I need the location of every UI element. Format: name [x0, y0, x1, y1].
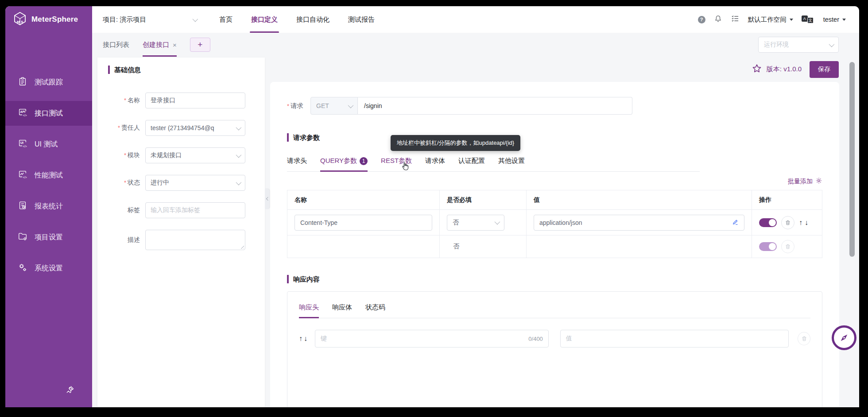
report-icon: [18, 201, 27, 212]
param-required-select[interactable]: 否: [447, 215, 504, 231]
param-enabled-toggle[interactable]: [759, 242, 777, 251]
tab-status-code[interactable]: 状态码: [365, 303, 385, 318]
svg-text:API: API: [20, 110, 26, 113]
tab-api-list[interactable]: 接口列表: [103, 33, 129, 57]
owner-label: *责任人: [108, 124, 145, 132]
compass-float-button[interactable]: [832, 325, 856, 350]
param-enabled-toggle[interactable]: [759, 218, 777, 227]
workspace-select[interactable]: 默认工作空间: [748, 15, 793, 24]
owner-select[interactable]: tester (2713494754@q: [145, 120, 245, 136]
response-tabs: 响应头 响应体 状态码: [299, 303, 810, 318]
tag-input[interactable]: 输入回车添加标签: [145, 202, 245, 218]
caret-down-icon: [790, 19, 793, 21]
basic-info-panel: 基础信息 *名称 登录接口 *责任人 tester (2713494754@q …: [97, 58, 265, 407]
close-tab-icon[interactable]: ×: [173, 41, 177, 49]
tab-request-header[interactable]: 请求头: [287, 157, 307, 171]
user-menu[interactable]: tester: [823, 16, 846, 23]
param-value-empty[interactable]: [527, 236, 752, 258]
module-label: *模块: [108, 151, 145, 159]
response-value-input[interactable]: 值: [560, 330, 789, 348]
tab-other-settings[interactable]: 其他设置: [498, 157, 525, 171]
svg-text:UI: UI: [20, 141, 23, 144]
sidebar-item-api-testing[interactable]: API </> 接口测试: [5, 101, 92, 126]
clipboard-icon: [18, 77, 27, 88]
top-navigation: 首页 接口定义 接口自动化 测试报告: [210, 6, 384, 33]
delete-row-button[interactable]: [781, 216, 794, 229]
sidebar-item-label: UI 测试: [35, 140, 58, 149]
rest-param-tooltip: 地址栏中被斜杠/分隔的参数，如updateapi/{id}: [391, 135, 520, 151]
bell-icon[interactable]: [714, 15, 722, 25]
help-icon[interactable]: ?: [698, 16, 705, 23]
tab-create-api[interactable]: 创建接口 ×: [143, 33, 177, 57]
sidebar-item-ui-testing[interactable]: UI </> UI 测试: [5, 132, 92, 157]
document-tabbar: 接口列表 创建接口 × + 运行环境: [92, 33, 859, 57]
nav-home[interactable]: 首页: [210, 6, 242, 33]
version-row: 版本: v1.0.0 保存: [270, 57, 859, 82]
sidebar-item-performance-testing[interactable]: </> 性能测试: [5, 163, 92, 188]
pin-sidebar-icon[interactable]: [66, 385, 74, 396]
collapse-panel-handle[interactable]: [265, 189, 270, 209]
ui-icon: UI </>: [18, 139, 27, 150]
tab-auth-config[interactable]: 认证配置: [458, 157, 485, 171]
tab-response-header[interactable]: 响应头: [299, 303, 319, 318]
add-tab-button[interactable]: +: [190, 38, 210, 52]
arrow-up-icon: ↑: [299, 335, 304, 342]
todo-list-icon[interactable]: [731, 14, 740, 25]
system-settings-icon: [18, 263, 27, 274]
star-icon[interactable]: [752, 63, 762, 76]
arrow-down-icon: ↓: [805, 219, 808, 227]
request-label: *请求: [287, 102, 303, 110]
param-name-empty[interactable]: [287, 236, 440, 258]
nav-api-automation[interactable]: 接口自动化: [287, 6, 339, 33]
sidebar-item-project-settings[interactable]: 项目设置: [5, 225, 92, 250]
chevron-down-icon: [236, 152, 242, 158]
params-table: 名称 是否必填 值 操作 Content-Type 否: [287, 190, 822, 258]
col-actions: 操作: [752, 190, 822, 209]
tab-response-body[interactable]: 响应体: [332, 303, 352, 318]
app-window: M S MeterSphere 测试跟踪: [5, 6, 859, 407]
reorder-arrows[interactable]: ↑↓: [299, 335, 309, 343]
project-select[interactable]: 项目: 演示项目: [103, 15, 197, 24]
request-url-input[interactable]: /signin: [358, 97, 632, 115]
description-textarea[interactable]: [145, 230, 245, 250]
sidebar-item-report-statistics[interactable]: 报表统计: [5, 194, 92, 219]
name-input[interactable]: 登录接口: [145, 93, 245, 108]
edit-pencil-icon[interactable]: [732, 219, 739, 227]
request-params-tabs: 请求头 QUERY参数 1 REST参数 请求体 认证配置 其他设置: [287, 157, 700, 172]
environment-select[interactable]: 运行环境: [758, 37, 839, 53]
http-method-select[interactable]: GET: [310, 97, 358, 115]
sidebar-item-label: 报表统计: [35, 202, 63, 211]
batch-add-link[interactable]: 批量添加: [287, 177, 822, 185]
param-name-input[interactable]: Content-Type: [294, 215, 432, 231]
param-value-input[interactable]: application/json: [534, 215, 744, 231]
delete-row-button[interactable]: [798, 332, 810, 345]
col-name: 名称: [287, 190, 440, 209]
nav-test-report[interactable]: 测试报告: [339, 6, 384, 33]
tab-query-params[interactable]: QUERY参数 1: [320, 157, 368, 171]
section-title-request-params: 请求参数: [287, 133, 822, 142]
vertical-scrollbar[interactable]: [849, 62, 855, 257]
sidebar-item-system-settings[interactable]: 系统设置: [5, 256, 92, 281]
delete-row-button[interactable]: [781, 240, 794, 253]
name-label: *名称: [108, 97, 145, 104]
response-header-row: ↑↓ 键 0/400 值: [299, 330, 810, 348]
module-select[interactable]: 未规划接口: [145, 147, 245, 163]
tab-request-body[interactable]: 请求体: [425, 157, 445, 171]
section-title-response: 响应内容: [287, 275, 822, 283]
col-required: 是否必填: [440, 190, 527, 209]
reorder-arrows[interactable]: ↑↓: [799, 219, 808, 227]
response-key-input[interactable]: 键 0/400: [315, 330, 549, 348]
svg-text:</>: </>: [23, 145, 27, 148]
chevron-down-icon: [829, 41, 835, 47]
brand-logo[interactable]: M S MeterSphere: [5, 6, 92, 33]
metersphere-cube-icon: M S: [12, 11, 27, 28]
save-button[interactable]: 保存: [810, 61, 839, 78]
param-required-text: 否: [447, 243, 459, 251]
description-label: 描述: [108, 236, 145, 244]
translate-icon[interactable]: A 文: [802, 15, 815, 23]
mouse-cursor-icon: [400, 162, 410, 174]
col-value: 值: [527, 190, 752, 209]
sidebar-item-test-tracking[interactable]: 测试跟踪: [5, 70, 92, 95]
nav-api-definition[interactable]: 接口定义: [242, 6, 287, 33]
status-select[interactable]: 进行中: [145, 175, 245, 191]
